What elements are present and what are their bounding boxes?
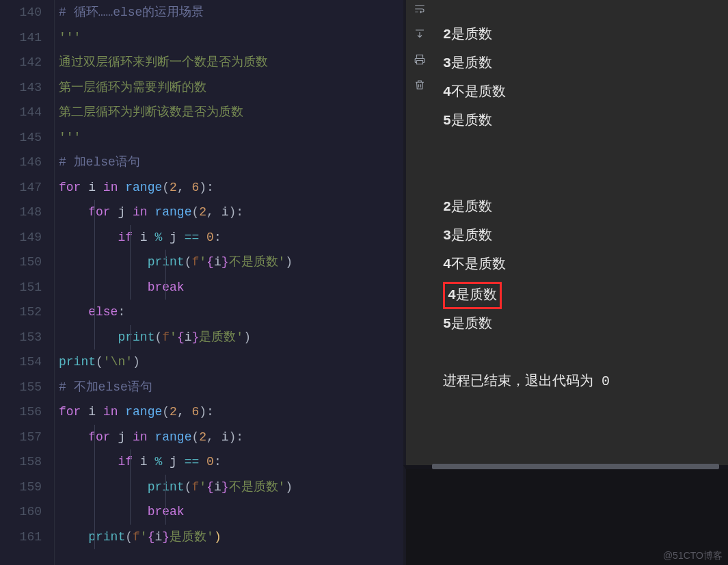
code-line[interactable]: for i in range(2, 6): (59, 175, 403, 200)
code-line[interactable]: print(f'{i}是质数') (59, 325, 403, 350)
code-line[interactable]: # 不加else语句 (59, 375, 403, 400)
code-line[interactable]: break (59, 499, 403, 525)
code-line[interactable]: if i % j == 0: (59, 225, 403, 250)
code-line[interactable]: 通过双层循环来判断一个数是否为质数 (59, 50, 403, 75)
line-number: 145 (0, 125, 42, 150)
code-line[interactable]: ''' (59, 125, 403, 150)
line-number: 154 (0, 350, 42, 375)
code-line[interactable]: ''' (59, 25, 403, 51)
output-line: 5是质数 (443, 310, 721, 339)
code-line[interactable]: if i % j == 0: (59, 449, 403, 475)
line-number: 147 (0, 175, 42, 200)
watermark: @51CTO博客 (663, 550, 723, 562)
code-line[interactable]: 第一层循环为需要判断的数 (59, 75, 403, 101)
line-number: 144 (0, 100, 42, 125)
output-line: 3是质数 (443, 49, 721, 78)
output-toolbar (406, 0, 433, 469)
output-line: 5是质数 (443, 107, 721, 135)
line-number: 155 (0, 375, 42, 400)
exit-status-line: 进程已结束，退出代码为 0 (443, 367, 721, 396)
output-text[interactable]: 2是质数3是质数4不是质数5是质数2是质数3是质数4不是质数4是质数5是质数进程… (433, 0, 728, 469)
horizontal-scrollbar[interactable] (432, 464, 719, 469)
line-number: 156 (0, 399, 42, 425)
line-number: 151 (0, 275, 42, 300)
line-number: 140 (0, 0, 42, 25)
run-output-panel: 2是质数3是质数4不是质数5是质数2是质数3是质数4不是质数4是质数5是质数进程… (403, 0, 728, 469)
line-number: 142 (0, 50, 42, 75)
soft-wrap-icon[interactable] (414, 3, 426, 18)
code-line[interactable]: for j in range(2, i): (59, 425, 403, 450)
code-line[interactable]: # 循环……else的运用场景 (59, 0, 403, 25)
line-gutter: 1401411421431441451461471481491501511521… (0, 0, 55, 565)
line-number: 161 (0, 525, 42, 550)
print-icon[interactable] (414, 53, 426, 69)
line-number: 148 (0, 200, 42, 225)
line-number: 152 (0, 300, 42, 325)
code-line[interactable]: for j in range(2, i): (59, 200, 403, 225)
line-number: 141 (0, 25, 42, 51)
line-number: 158 (0, 449, 42, 475)
output-line: 4不是质数 (443, 250, 721, 279)
line-number: 157 (0, 425, 42, 450)
line-number: 160 (0, 499, 42, 525)
line-number: 146 (0, 150, 42, 175)
code-line[interactable]: break (59, 275, 403, 300)
line-number: 153 (0, 325, 42, 350)
code-editor[interactable]: 1401411421431441451461471481491501511521… (0, 0, 403, 565)
highlighted-output: 4是质数 (443, 282, 502, 309)
line-number: 159 (0, 475, 42, 500)
output-line: 2是质数 (443, 21, 721, 49)
output-line: 4不是质数 (443, 78, 721, 107)
code-line[interactable]: # 加else语句 (59, 150, 403, 175)
code-line[interactable]: print(f'{i}不是质数') (59, 475, 403, 500)
line-number: 149 (0, 225, 42, 250)
scroll-to-end-icon[interactable] (414, 28, 426, 44)
code-line[interactable]: for i in range(2, 6): (59, 399, 403, 425)
code-line[interactable]: else: (59, 300, 403, 325)
code-line[interactable]: 第二层循环为判断该数是否为质数 (59, 100, 403, 125)
trash-icon[interactable] (414, 79, 426, 94)
line-number: 150 (0, 250, 42, 275)
output-line: 2是质数 (443, 193, 721, 222)
code-area[interactable]: # 循环……else的运用场景'''通过双层循环来判断一个数是否为质数第一层循环… (55, 0, 403, 565)
code-line[interactable]: print(f'{i}不是质数') (59, 250, 403, 275)
code-line[interactable]: print(f'{i}是质数') (59, 525, 403, 550)
line-number: 143 (0, 75, 42, 101)
output-line: 3是质数 (443, 222, 721, 250)
output-line: 4是质数 (443, 279, 721, 310)
code-line[interactable]: print('\n') (59, 350, 403, 375)
